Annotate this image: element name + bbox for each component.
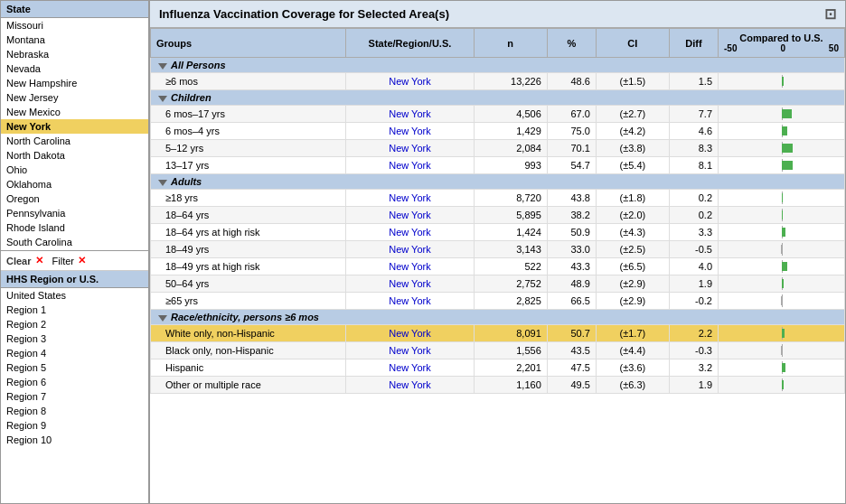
diff-cell: 3.2	[669, 359, 718, 377]
diff-cell: 3.3	[669, 224, 718, 241]
state-cell: New York	[346, 140, 474, 157]
state-item[interactable]: Nebraska	[1, 47, 148, 61]
state-cell: New York	[346, 275, 474, 293]
col-n: n	[474, 29, 547, 58]
hhs-item[interactable]: Region 3	[1, 331, 148, 346]
hhs-item[interactable]: Region 8	[1, 404, 148, 418]
table-row: 50–64 yrsNew York2,75248.9(±2.9)1.9	[151, 275, 845, 293]
filter-button[interactable]: Filter	[52, 256, 74, 266]
table-row: 5–12 yrsNew York2,08470.1(±3.8)8.3	[151, 140, 845, 157]
filter-x-icon[interactable]: ✕	[78, 255, 86, 266]
group-cell: ≥18 yrs	[151, 190, 346, 207]
state-item[interactable]: South Carolina	[1, 235, 148, 249]
diff-cell: 8.1	[669, 157, 718, 174]
group-cell: ≥6 mos	[151, 73, 346, 90]
n-cell: 1,160	[474, 377, 547, 394]
table-row: ≥6 mosNew York13,22648.6(±1.5)1.5	[151, 73, 845, 90]
state-cell: New York	[346, 359, 474, 377]
filter-row: Clear ✕ Filter ✕	[1, 251, 148, 271]
n-cell: 3,143	[474, 241, 547, 258]
bar-cell	[719, 106, 845, 123]
diff-cell: 8.3	[669, 140, 718, 157]
diff-cell: -0.5	[669, 241, 718, 258]
table-header-row: Groups State/Region/U.S. n % CI Diff Com…	[151, 29, 845, 58]
section-header-row: Race/ethnicity, persons ≥6 mos	[151, 310, 845, 325]
state-item[interactable]: Missouri	[1, 18, 148, 33]
hhs-item[interactable]: Region 9	[1, 418, 148, 433]
group-cell: ≥65 yrs	[151, 293, 346, 310]
expand-icon[interactable]: ⊡	[824, 5, 836, 23]
n-cell: 2,752	[474, 275, 547, 293]
diff-cell: 0.2	[669, 190, 718, 207]
state-cell: New York	[346, 325, 474, 342]
state-list: MissouriMontanaNebraskaNevadaNew Hampshi…	[1, 18, 148, 251]
clear-button[interactable]: Clear	[6, 256, 32, 266]
hhs-item[interactable]: Region 10	[1, 433, 148, 447]
hhs-item[interactable]: Region 2	[1, 317, 148, 331]
table-row: 18–64 yrsNew York5,89538.2(±2.0)0.2	[151, 207, 845, 224]
hhs-item[interactable]: Region 4	[1, 346, 148, 360]
hhs-item[interactable]: United States	[1, 288, 148, 303]
pct-cell: 48.9	[547, 275, 596, 293]
n-cell: 8,091	[474, 325, 547, 342]
hhs-item[interactable]: Region 6	[1, 375, 148, 389]
n-cell: 13,226	[474, 73, 547, 90]
group-cell: 13–17 yrs	[151, 157, 346, 174]
state-cell: New York	[346, 123, 474, 140]
col-pct: %	[547, 29, 596, 58]
state-item[interactable]: North Dakota	[1, 148, 148, 163]
state-item[interactable]: Oklahoma	[1, 177, 148, 191]
group-cell: White only, non-Hispanic	[151, 325, 346, 342]
ci-cell: (±2.9)	[596, 275, 669, 293]
ci-cell: (±2.5)	[596, 241, 669, 258]
table-row: ≥65 yrsNew York2,82566.5(±2.9)-0.2	[151, 293, 845, 310]
state-item[interactable]: Nevada	[1, 61, 148, 76]
state-item[interactable]: Oregon	[1, 191, 148, 206]
n-cell: 1,429	[474, 123, 547, 140]
table-row: Black only, non-HispanicNew York1,55643.…	[151, 342, 845, 359]
group-cell: Other or multiple race	[151, 377, 346, 394]
hhs-item[interactable]: Region 5	[1, 360, 148, 375]
pct-cell: 67.0	[547, 106, 596, 123]
diff-cell: -0.3	[669, 342, 718, 359]
state-cell: New York	[346, 106, 474, 123]
n-cell: 2,084	[474, 140, 547, 157]
hhs-header: HHS Region or U.S.	[1, 271, 148, 288]
state-item[interactable]: New Jersey	[1, 90, 148, 105]
data-table: Groups State/Region/U.S. n % CI Diff Com…	[150, 28, 845, 394]
clear-x-icon[interactable]: ✕	[35, 255, 43, 266]
table-row: 6 mos–4 yrsNew York1,42975.0(±4.2)4.6	[151, 123, 845, 140]
table-row: 18–49 yrsNew York3,14333.0(±2.5)-0.5	[151, 241, 845, 258]
pct-cell: 66.5	[547, 293, 596, 310]
hhs-item[interactable]: Region 1	[1, 303, 148, 317]
state-item[interactable]: New York	[1, 119, 148, 134]
hhs-item[interactable]: Region 7	[1, 389, 148, 404]
pct-cell: 54.7	[547, 157, 596, 174]
bar-cell	[719, 258, 845, 275]
compared-max: 50	[829, 43, 839, 53]
pct-cell: 47.5	[547, 359, 596, 377]
state-item[interactable]: Montana	[1, 33, 148, 47]
bar-cell	[719, 275, 845, 293]
bar-cell	[719, 190, 845, 207]
state-header: State	[1, 1, 148, 18]
state-item[interactable]: New Hampshire	[1, 76, 148, 90]
group-cell: 18–64 yrs	[151, 207, 346, 224]
state-item[interactable]: Ohio	[1, 163, 148, 177]
n-cell: 8,720	[474, 190, 547, 207]
table-row: 18–49 yrs at high riskNew York52243.3(±6…	[151, 258, 845, 275]
n-cell: 993	[474, 157, 547, 174]
bar-cell	[719, 224, 845, 241]
group-cell: 18–49 yrs at high risk	[151, 258, 346, 275]
state-item[interactable]: Pennsylvania	[1, 206, 148, 220]
group-cell: Hispanic	[151, 359, 346, 377]
section-header-row: Children	[151, 90, 845, 106]
state-item[interactable]: New Mexico	[1, 105, 148, 119]
state-item[interactable]: North Carolina	[1, 134, 148, 148]
state-cell: New York	[346, 207, 474, 224]
state-item[interactable]: Rhode Island	[1, 220, 148, 235]
ci-cell: (±4.4)	[596, 342, 669, 359]
diff-cell: 1.9	[669, 275, 718, 293]
ci-cell: (±4.3)	[596, 224, 669, 241]
diff-cell: 1.5	[669, 73, 718, 90]
